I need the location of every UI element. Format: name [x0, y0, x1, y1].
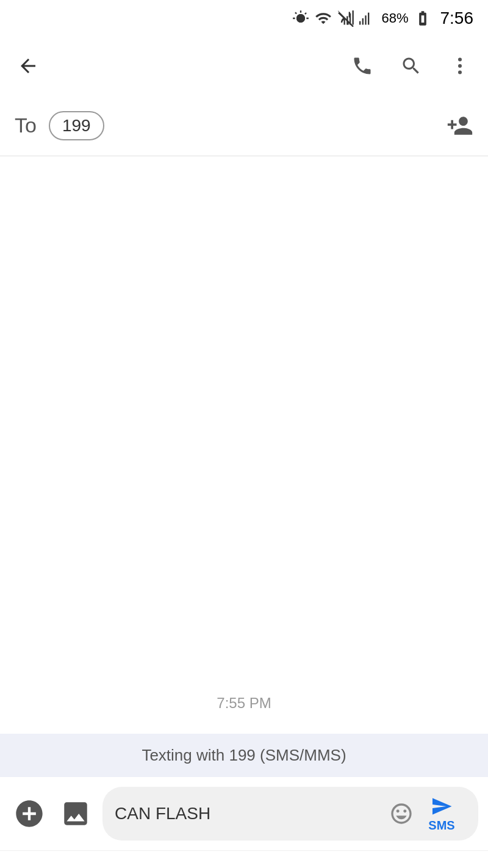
texting-info-bar: Texting with 199 (SMS/MMS): [0, 734, 488, 777]
svg-rect-7: [368, 13, 369, 25]
nav-recent-button[interactable]: [382, 863, 431, 869]
app-bar: [0, 37, 488, 95]
svg-point-9: [458, 64, 462, 68]
search-button[interactable]: [395, 50, 427, 82]
to-label: To: [15, 114, 37, 137]
message-input[interactable]: CAN FLASH: [115, 804, 386, 823]
wifi-icon: [314, 10, 332, 27]
svg-point-10: [458, 71, 462, 74]
phone-button[interactable]: [346, 50, 378, 82]
battery-icon: [414, 10, 432, 27]
status-bar: 68% 7:56: [0, 0, 488, 37]
to-field[interactable]: To 199: [0, 95, 488, 156]
attach-button[interactable]: [56, 794, 95, 833]
more-options-button[interactable]: [444, 50, 476, 82]
emoji-button[interactable]: [386, 798, 417, 830]
alarm-icon: [292, 10, 309, 27]
svg-rect-1: [347, 16, 348, 25]
svg-rect-6: [365, 15, 367, 24]
add-contact-button[interactable]: [447, 112, 473, 139]
nav-bar: [0, 850, 488, 868]
svg-rect-2: [350, 13, 351, 25]
message-input-container[interactable]: CAN FLASH SMS: [102, 787, 478, 841]
signal-icon: [337, 10, 354, 27]
svg-rect-4: [359, 21, 361, 25]
svg-rect-5: [362, 18, 364, 25]
svg-rect-0: [344, 19, 345, 24]
nav-home-button[interactable]: [220, 863, 268, 869]
message-timestamp: 7:55 PM: [217, 695, 271, 712]
recipient-number: 199: [62, 116, 91, 136]
message-content: 7:55 PM: [0, 156, 488, 734]
nav-back-button[interactable]: [57, 863, 106, 869]
recipient-chip[interactable]: 199: [49, 111, 104, 140]
back-button[interactable]: [12, 50, 44, 82]
battery-percent: 68%: [381, 10, 408, 26]
status-icons: 68% 7:56: [292, 9, 473, 28]
svg-rect-3: [353, 10, 354, 24]
add-button[interactable]: [10, 794, 49, 833]
status-time: 7:56: [440, 9, 474, 28]
send-label: SMS: [428, 819, 454, 833]
texting-info-text: Texting with 199 (SMS/MMS): [142, 746, 346, 764]
roaming-icon: [359, 10, 376, 27]
svg-point-8: [458, 58, 462, 62]
send-button[interactable]: SMS: [417, 795, 466, 833]
message-area: 7:55 PM: [0, 156, 488, 734]
input-area: CAN FLASH SMS: [0, 777, 488, 850]
